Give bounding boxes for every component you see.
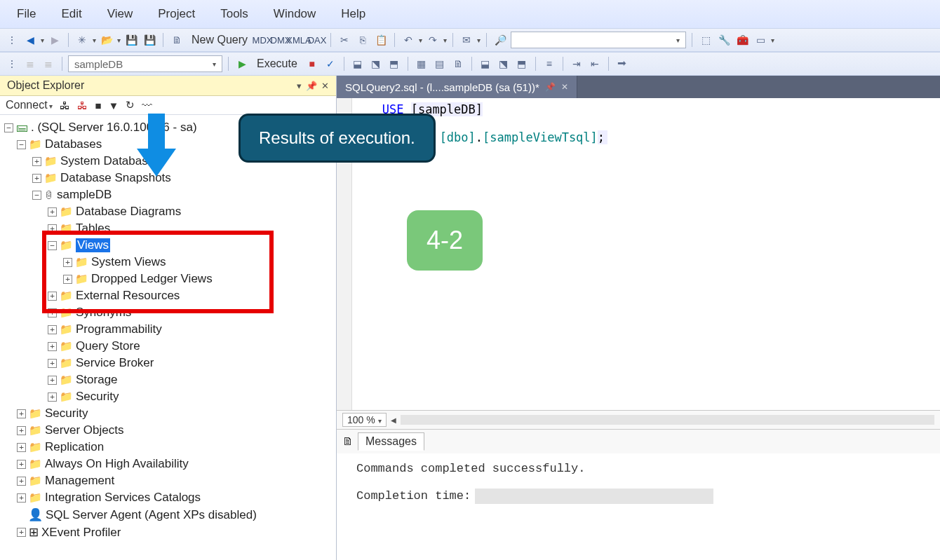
expand-icon[interactable]: + bbox=[48, 359, 57, 368]
tree-management[interactable]: Management bbox=[45, 474, 114, 488]
parse-icon[interactable]: ✓ bbox=[323, 56, 338, 71]
tree-externalres[interactable]: External Resources bbox=[76, 289, 180, 303]
xmla-icon[interactable]: XMLA bbox=[291, 32, 307, 48]
live-stats-icon[interactable]: ⬔ bbox=[496, 56, 511, 71]
indent-icon[interactable]: ⇥ bbox=[569, 56, 584, 71]
execute-button[interactable]: Execute bbox=[253, 56, 302, 71]
tree-security[interactable]: Security bbox=[45, 407, 88, 421]
plan-icon[interactable]: ⬓ bbox=[350, 56, 365, 71]
tree-replication[interactable]: Replication bbox=[45, 440, 104, 454]
toolbox-icon[interactable]: 🧰 bbox=[734, 32, 750, 48]
expand-icon[interactable]: + bbox=[17, 460, 26, 469]
redo-icon[interactable]: ↷ bbox=[425, 32, 441, 48]
expand-icon[interactable]: + bbox=[48, 325, 57, 334]
cut-icon[interactable]: ✂ bbox=[337, 32, 352, 48]
find-icon[interactable]: 🔎 bbox=[492, 32, 508, 48]
filter-icon[interactable]: ▼ bbox=[108, 100, 119, 111]
copy-icon[interactable]: ⎘ bbox=[355, 32, 370, 48]
mdx-icon[interactable]: MDX bbox=[255, 32, 270, 48]
stats-icon[interactable]: ⬒ bbox=[387, 56, 402, 71]
help-icon[interactable]: ⮕ bbox=[615, 56, 630, 71]
tree-programmability[interactable]: Programmability bbox=[76, 322, 162, 336]
tree-storage[interactable]: Storage bbox=[76, 373, 118, 387]
tree-security-inner[interactable]: Security bbox=[76, 390, 119, 404]
expand-icon[interactable]: + bbox=[48, 207, 57, 217]
expand-icon[interactable]: + bbox=[17, 493, 26, 503]
open-icon[interactable]: 📂 bbox=[99, 32, 114, 48]
pin-icon[interactable]: 📌 bbox=[306, 81, 317, 91]
tree-serverobjects[interactable]: Server Objects bbox=[45, 423, 123, 437]
disconnect-icon[interactable]: 🖧 bbox=[77, 100, 88, 111]
tree-servicebroker[interactable]: Service Broker bbox=[76, 356, 154, 370]
connect-icon[interactable]: 🖧 bbox=[60, 100, 70, 111]
plan2-icon[interactable]: ⬔ bbox=[368, 56, 384, 71]
pin-icon[interactable]: 📌 bbox=[545, 82, 556, 92]
expand-icon[interactable]: + bbox=[48, 376, 57, 385]
messages-tab[interactable]: Messages bbox=[358, 432, 424, 451]
scroll-left-icon[interactable]: ◀ bbox=[391, 416, 396, 424]
menu-help[interactable]: Help bbox=[328, 3, 378, 25]
menu-file[interactable]: File bbox=[4, 3, 48, 25]
expand-icon[interactable]: + bbox=[63, 275, 72, 284]
stop-icon[interactable]: ■ bbox=[304, 56, 320, 71]
collapse-icon[interactable]: − bbox=[4, 123, 13, 132]
client-stats-icon[interactable]: ⬒ bbox=[514, 56, 530, 71]
menu-edit[interactable]: Edit bbox=[48, 3, 94, 25]
new-project-icon[interactable]: ✳ bbox=[74, 32, 90, 48]
mail-icon[interactable]: ✉ bbox=[459, 32, 474, 48]
back-button[interactable]: ◀ bbox=[22, 32, 38, 48]
expand-icon[interactable]: + bbox=[17, 426, 26, 435]
editor-tab[interactable]: SQLQuery2.sql - (l....sampleDB (sa (51))… bbox=[337, 76, 577, 98]
menu-view[interactable]: View bbox=[95, 3, 146, 25]
expand-icon[interactable]: + bbox=[17, 443, 26, 452]
stop-icon-2[interactable]: ■ bbox=[95, 100, 101, 111]
tree-synonyms[interactable]: Synonyms bbox=[76, 306, 131, 320]
close-tab-icon[interactable]: ✕ bbox=[561, 82, 568, 92]
tree-dbdiagrams[interactable]: Database Diagrams bbox=[76, 205, 181, 219]
database-combo[interactable]: sampleDB ▾ bbox=[68, 55, 222, 72]
expand-icon[interactable]: + bbox=[17, 477, 26, 486]
messages-panel[interactable]: Commands completed successfully. Complet… bbox=[337, 453, 940, 560]
tree-querystore[interactable]: Query Store bbox=[76, 339, 140, 353]
save-icon[interactable]: 💾 bbox=[123, 32, 139, 48]
sql-icon[interactable]: ≡ bbox=[542, 56, 557, 71]
activity-icon[interactable]: 〰 bbox=[142, 100, 152, 111]
outdent-icon[interactable]: ⇤ bbox=[587, 56, 603, 71]
menu-window[interactable]: Window bbox=[261, 3, 328, 25]
menu-project[interactable]: Project bbox=[145, 3, 208, 25]
expand-icon[interactable]: + bbox=[48, 224, 57, 233]
collapse-icon[interactable]: − bbox=[17, 140, 26, 149]
paste-icon[interactable]: 📋 bbox=[373, 32, 389, 48]
results-grid-icon[interactable]: ▦ bbox=[414, 56, 429, 71]
menu-tools[interactable]: Tools bbox=[208, 3, 261, 25]
undo-icon[interactable]: ↶ bbox=[401, 32, 416, 48]
tree-sampledb[interactable]: sampleDB bbox=[57, 188, 112, 202]
window-icon[interactable]: ▭ bbox=[753, 32, 768, 48]
tree-sqlagent[interactable]: SQL Server Agent (Agent XPs disabled) bbox=[46, 508, 257, 522]
tree-views[interactable]: Views bbox=[76, 238, 110, 252]
search-combo[interactable]: ▾ bbox=[511, 32, 686, 48]
new-query-button[interactable]: New Query bbox=[187, 32, 252, 48]
tree-xevent[interactable]: XEvent Profiler bbox=[41, 526, 121, 540]
connect-button[interactable]: Connect ▾ bbox=[6, 99, 53, 111]
forward-button[interactable]: ▶ bbox=[47, 32, 62, 48]
expand-icon[interactable]: + bbox=[32, 157, 41, 166]
expand-icon[interactable]: + bbox=[48, 392, 57, 402]
refresh-icon[interactable]: ↻ bbox=[126, 99, 135, 111]
expand-icon[interactable]: + bbox=[63, 258, 72, 267]
expand-icon[interactable]: + bbox=[32, 174, 41, 183]
horizontal-scrollbar[interactable] bbox=[401, 415, 934, 425]
collapse-icon[interactable]: − bbox=[32, 191, 41, 200]
uncomment-icon[interactable]: ≣ bbox=[41, 56, 56, 71]
expand-icon[interactable]: + bbox=[17, 409, 26, 418]
dax-icon[interactable]: DAX bbox=[309, 32, 325, 48]
expand-icon[interactable]: + bbox=[17, 528, 26, 537]
actual-plan-icon[interactable]: ⬓ bbox=[478, 56, 493, 71]
results-file-icon[interactable]: 🗎 bbox=[450, 56, 466, 71]
save-all-icon[interactable]: 💾 bbox=[142, 32, 157, 48]
results-text-icon[interactable]: ▤ bbox=[432, 56, 448, 71]
tree[interactable]: − 🖴 . (SQL Server 16.0.1000.6 - sa) − 📁 … bbox=[0, 115, 336, 560]
tree-tables[interactable]: Tables bbox=[76, 221, 110, 235]
tree-sysviews[interactable]: System Views bbox=[91, 255, 166, 269]
expand-icon[interactable]: + bbox=[48, 342, 57, 351]
